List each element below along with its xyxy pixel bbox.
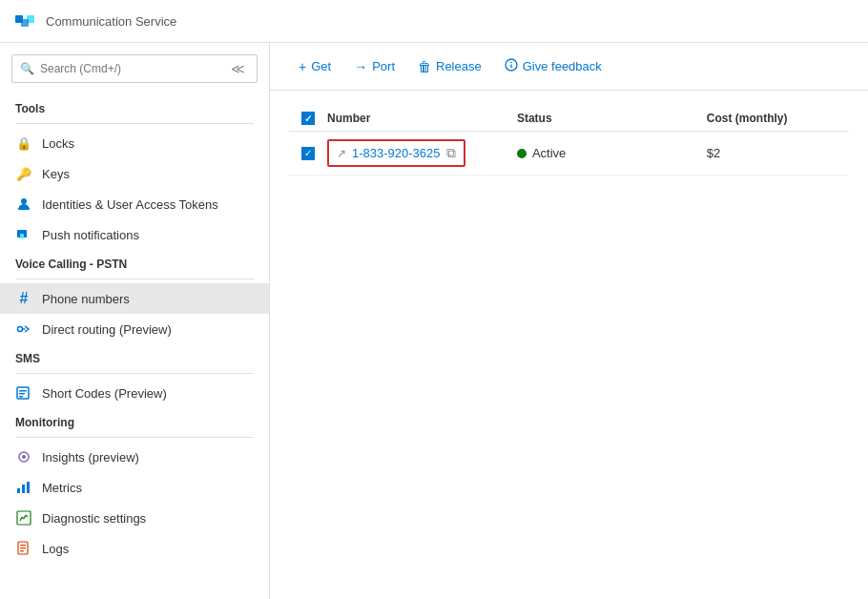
sidebar-item-phone-numbers-label: Phone numbers	[42, 292, 130, 306]
phone-prefix-icon: ↗	[337, 147, 346, 160]
table-row: ✓ ↗ 1-833-920-3625 ⧉ Active $2	[289, 132, 849, 176]
keys-icon: 🔑	[15, 165, 32, 182]
svg-point-6	[18, 327, 23, 332]
app-title: Communication Service	[46, 14, 176, 29]
release-icon: 🗑	[418, 59, 431, 74]
release-label: Release	[436, 59, 482, 73]
sidebar-item-short-codes-label: Short Codes (Preview)	[42, 386, 167, 401]
svg-line-21	[26, 515, 28, 517]
sms-divider	[15, 373, 254, 374]
sidebar-item-diagnostic-label: Diagnostic settings	[42, 511, 146, 526]
number-cell: ↗ 1-833-920-3625 ⧉	[327, 139, 517, 167]
sidebar-item-metrics-label: Metrics	[42, 481, 82, 495]
logs-icon	[15, 540, 32, 557]
table-header-row: ✓ Number Status Cost (monthly)	[289, 106, 849, 132]
sidebar-item-insights[interactable]: Insights (preview)	[0, 442, 269, 472]
get-button[interactable]: + Get	[289, 53, 341, 80]
port-button[interactable]: → Port	[344, 53, 404, 80]
short-codes-icon	[15, 384, 32, 402]
feedback-label: Give feedback	[523, 59, 602, 73]
search-box[interactable]: 🔍 ≪	[11, 54, 258, 83]
svg-rect-9	[19, 390, 27, 392]
status-active-dot	[517, 149, 527, 158]
sidebar-item-direct-routing-label: Direct routing (Preview)	[42, 322, 172, 337]
sidebar-item-logs-label: Logs	[42, 542, 69, 556]
svg-point-3	[21, 198, 27, 204]
voice-section-header: Voice Calling - PSTN	[0, 250, 269, 275]
sidebar-item-push[interactable]: Push notifications	[0, 219, 269, 250]
select-all-checkbox[interactable]: ✓	[301, 112, 315, 125]
sidebar-item-keys[interactable]: 🔑 Keys	[0, 158, 269, 189]
svg-point-27	[510, 62, 512, 64]
get-label: Get	[311, 59, 331, 73]
port-label: Port	[372, 59, 395, 73]
phone-number-box: ↗ 1-833-920-3625 ⧉	[327, 139, 465, 167]
svg-rect-23	[20, 545, 26, 546]
row-checkbox[interactable]: ✓	[301, 147, 315, 160]
status-cell: Active	[517, 146, 707, 160]
monitoring-section-header: Monitoring	[0, 408, 269, 433]
svg-rect-14	[17, 488, 20, 493]
search-input[interactable]	[40, 62, 221, 75]
sidebar: 🔍 ≪ Tools 🔒 Locks 🔑 Keys Identities & Us…	[0, 43, 270, 599]
release-button[interactable]: 🗑 Release	[408, 53, 491, 80]
content-area: + Get → Port 🗑 Release Give fe	[270, 43, 868, 599]
copy-icon[interactable]: ⧉	[446, 145, 456, 161]
feedback-icon	[505, 58, 518, 74]
feedback-button[interactable]: Give feedback	[495, 52, 611, 80]
sidebar-item-insights-label: Insights (preview)	[42, 450, 139, 465]
cost-column-header: Cost (monthly)	[707, 112, 849, 125]
monitoring-divider	[15, 437, 254, 438]
svg-point-13	[22, 455, 26, 459]
svg-line-20	[24, 515, 26, 519]
push-icon	[15, 226, 32, 243]
voice-divider	[15, 279, 254, 279]
tools-section-header: Tools	[0, 94, 269, 119]
diagnostic-icon	[15, 509, 32, 527]
row-checkbox-cell[interactable]: ✓	[289, 147, 327, 160]
port-icon: →	[354, 59, 367, 74]
number-column-header: Number	[327, 112, 517, 125]
svg-rect-5	[20, 234, 24, 238]
top-bar: Communication Service	[0, 0, 868, 43]
phone-numbers-icon: #	[15, 290, 32, 307]
phone-number-value: 1-833-920-3625	[352, 146, 441, 160]
status-value: Active	[532, 146, 566, 160]
sidebar-item-direct-routing[interactable]: Direct routing (Preview)	[0, 314, 269, 344]
sidebar-item-identities-label: Identities & User Access Tokens	[42, 197, 218, 212]
sidebar-item-short-codes[interactable]: Short Codes (Preview)	[0, 378, 269, 408]
sidebar-item-locks-label: Locks	[42, 136, 74, 151]
svg-rect-24	[20, 547, 26, 548]
header-checkbox-cell[interactable]: ✓	[289, 112, 327, 125]
status-column-header: Status	[517, 112, 707, 125]
collapse-sidebar-button[interactable]: ≪	[227, 59, 249, 78]
sidebar-item-push-label: Push notifications	[42, 228, 139, 242]
metrics-icon	[15, 479, 32, 496]
sidebar-item-phone-numbers[interactable]: # Phone numbers	[0, 283, 269, 314]
get-icon: +	[299, 59, 306, 74]
svg-rect-16	[27, 482, 30, 493]
svg-rect-2	[21, 19, 29, 27]
insights-icon	[15, 448, 32, 465]
tools-divider	[15, 123, 254, 124]
phone-numbers-table: ✓ Number Status Cost (monthly) ✓ ↗ 1-833…	[270, 91, 868, 191]
direct-routing-icon	[15, 320, 32, 338]
app-icon	[11, 8, 38, 34]
search-icon: 🔍	[20, 62, 34, 75]
cost-cell: $2	[707, 146, 849, 160]
sidebar-item-diagnostic[interactable]: Diagnostic settings	[0, 503, 269, 533]
svg-line-18	[20, 517, 22, 521]
identities-icon	[15, 196, 32, 213]
svg-rect-10	[19, 393, 25, 395]
svg-rect-15	[22, 485, 25, 493]
sidebar-item-logs[interactable]: Logs	[0, 533, 269, 564]
svg-rect-25	[20, 550, 24, 551]
locks-icon: 🔒	[15, 134, 32, 152]
sidebar-item-metrics[interactable]: Metrics	[0, 472, 269, 503]
toolbar: + Get → Port 🗑 Release Give fe	[270, 43, 868, 91]
svg-rect-11	[19, 396, 23, 398]
sidebar-item-locks[interactable]: 🔒 Locks	[0, 128, 269, 158]
sidebar-item-identities[interactable]: Identities & User Access Tokens	[0, 189, 269, 219]
sms-section-header: SMS	[0, 344, 269, 369]
sidebar-item-keys-label: Keys	[42, 167, 70, 181]
